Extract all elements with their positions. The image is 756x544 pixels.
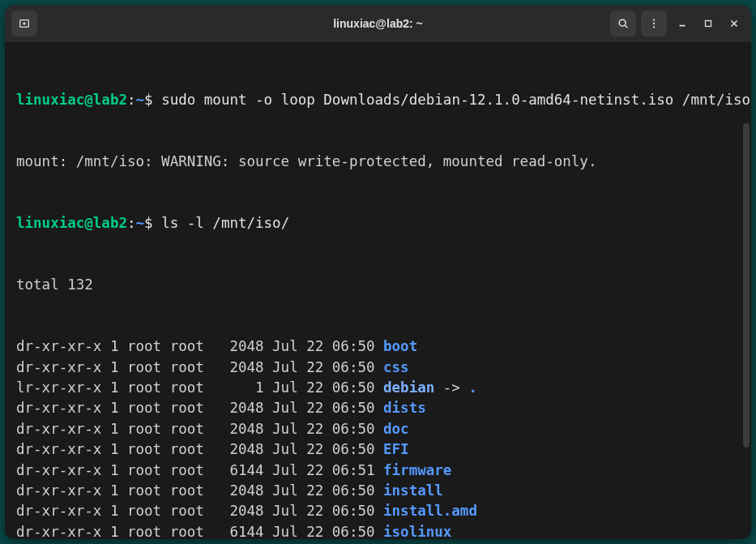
svg-point-1 (619, 19, 626, 26)
listing-row: dr-xr-xr-x 1 root root 6144 Jul 22 06:51… (16, 460, 740, 481)
scrollbar[interactable] (743, 123, 750, 448)
svg-point-4 (653, 26, 655, 28)
command-2: ls -l /mnt/iso/ (161, 215, 289, 231)
maximize-button[interactable] (698, 13, 719, 34)
minimize-button[interactable] (672, 13, 693, 34)
terminal-content[interactable]: linuxiac@lab2:~$ sudo mount -o loop Down… (5, 42, 751, 539)
listing-row: lr-xr-xr-x 1 root root 1 Jul 22 06:50 de… (16, 378, 740, 398)
listing-row: dr-xr-xr-x 1 root root 2048 Jul 22 06:50… (16, 481, 740, 501)
listing-row: dr-xr-xr-x 1 root root 2048 Jul 22 06:50… (16, 398, 740, 418)
prompt-symbol: $ (144, 92, 153, 108)
new-tab-button[interactable] (11, 11, 37, 36)
prompt-user: linuxiac@lab2 (16, 92, 127, 108)
mount-warning: mount: /mnt/iso: WARNING: source write-p… (16, 152, 740, 172)
prompt-line-1: linuxiac@lab2:~$ sudo mount -o loop Down… (16, 90, 740, 110)
file-listing: dr-xr-xr-x 1 root root 2048 Jul 22 06:50… (16, 336, 740, 539)
prompt-path: ~ (136, 92, 145, 108)
svg-point-2 (653, 19, 655, 20)
svg-rect-5 (706, 21, 711, 27)
svg-point-3 (653, 23, 655, 24)
prompt-line-2: linuxiac@lab2:~$ ls -l /mnt/iso/ (16, 213, 740, 233)
command-1: sudo mount -o loop Downloads/debian-12.1… (161, 92, 750, 108)
terminal-window: linuxiac@lab2: ~ linuxia (5, 5, 751, 539)
menu-button[interactable] (641, 11, 667, 36)
prompt-sep: : (127, 92, 136, 108)
titlebar: linuxiac@lab2: ~ (5, 5, 751, 42)
listing-row: dr-xr-xr-x 1 root root 2048 Jul 22 06:50… (16, 336, 740, 357)
listing-row: dr-xr-xr-x 1 root root 2048 Jul 22 06:50… (16, 501, 740, 521)
total-line: total 132 (16, 275, 740, 295)
listing-row: dr-xr-xr-x 1 root root 2048 Jul 22 06:50… (16, 419, 740, 439)
listing-row: dr-xr-xr-x 1 root root 6144 Jul 22 06:50… (16, 522, 740, 539)
search-button[interactable] (610, 11, 636, 36)
window-title: linuxiac@lab2: ~ (333, 17, 423, 30)
listing-row: dr-xr-xr-x 1 root root 2048 Jul 22 06:50… (16, 358, 740, 378)
close-button[interactable] (724, 13, 745, 34)
listing-row: dr-xr-xr-x 1 root root 2048 Jul 22 06:50… (16, 439, 740, 460)
